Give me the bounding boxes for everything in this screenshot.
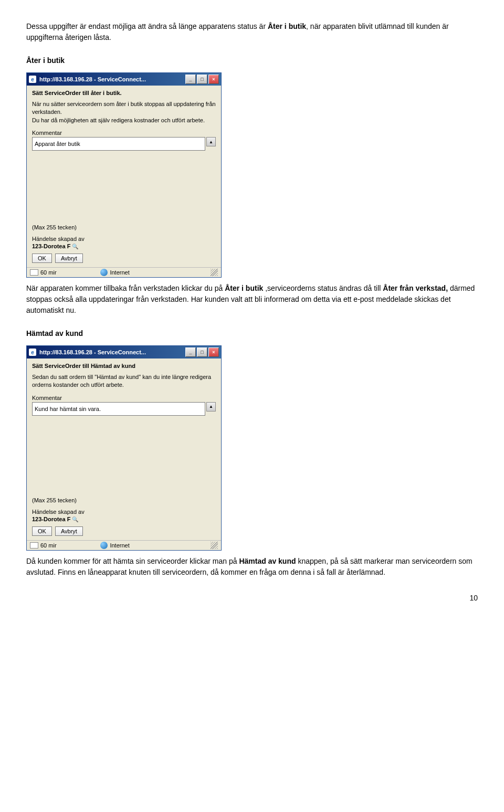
intro-text: Dessa uppgifter är endast möjliga att än… — [26, 22, 268, 30]
kommentar-input[interactable] — [32, 137, 205, 151]
kommentar-label: Kommentar — [32, 395, 216, 401]
ok-button[interactable]: OK — [32, 526, 52, 536]
dialog-desc-line1: När nu sätter serviceordern som åter i b… — [32, 100, 216, 117]
kommentar-input[interactable] — [32, 402, 205, 416]
bold-ater-fran-verkstad: Åter från verkstad, — [383, 284, 448, 292]
dialog-hamtad-av-kund: e http://83.168.196.28 - ServiceConnect.… — [26, 345, 222, 551]
resize-grip-icon[interactable] — [211, 269, 218, 276]
status-left-text: 60 mir — [40, 542, 57, 549]
titlebar: e http://83.168.196.28 - ServiceConnect.… — [27, 73, 221, 86]
maximize-button[interactable]: □ — [197, 347, 207, 357]
magnifier-icon[interactable]: 🔍 — [72, 516, 78, 522]
cancel-button[interactable]: Avbryt — [55, 526, 83, 536]
page-number: 10 — [26, 594, 478, 602]
scroll-up-icon[interactable]: ▲ — [206, 402, 216, 412]
dialog-desc-line1: Sedan du satt ordern till "Hämtad av kun… — [32, 373, 216, 389]
created-by-label: Händelse skapad av — [32, 236, 216, 242]
para-after-dialog2: Då kunden kommer för att hämta sin servi… — [26, 556, 478, 578]
dialog-ater-i-butik: e http://83.168.196.28 - ServiceConnect.… — [26, 72, 222, 278]
close-button[interactable]: × — [208, 347, 219, 357]
intro-paragraph: Dessa uppgifter är endast möjliga att än… — [26, 21, 478, 43]
scroll-up-icon[interactable]: ▲ — [206, 137, 216, 146]
statusbar: 60 mir Internet — [27, 540, 221, 550]
dialog-heading: Sätt ServiceOrder till Hämtad av kund — [32, 363, 216, 369]
titlebar: e http://83.168.196.28 - ServiceConnect.… — [27, 346, 221, 358]
dialog-desc-line2: Du har då möjligheten att själv redigera… — [32, 117, 216, 124]
maximize-button[interactable]: □ — [197, 75, 207, 84]
minimize-button[interactable]: _ — [185, 75, 196, 84]
max-chars-label: (Max 255 tecken) — [32, 224, 216, 230]
status-center-text: Internet — [110, 269, 129, 276]
close-button[interactable]: × — [208, 75, 219, 84]
globe-icon — [100, 269, 108, 276]
titlebar-text: http://83.168.196.28 - ServiceConnect... — [39, 349, 185, 355]
created-by-name: 123-Dorotea F 🔍 — [32, 516, 216, 522]
section-title-ater: Åter i butik — [26, 56, 478, 65]
minimize-button[interactable]: _ — [185, 347, 196, 357]
resize-grip-icon[interactable] — [211, 542, 218, 549]
dialog-desc: Sedan du satt ordern till "Hämtad av kun… — [32, 373, 216, 389]
cancel-button[interactable]: Avbryt — [55, 254, 83, 263]
page-icon — [30, 542, 38, 549]
globe-icon — [100, 542, 108, 549]
ok-button[interactable]: OK — [32, 254, 52, 263]
intro-bold: Åter i butik — [268, 22, 306, 30]
bold-ater-i-butik: Åter i butik — [225, 284, 263, 292]
kommentar-label: Kommentar — [32, 130, 216, 136]
max-chars-label: (Max 255 tecken) — [32, 497, 216, 503]
dialog-desc: När nu sätter serviceordern som åter i b… — [32, 100, 216, 124]
status-center-text: Internet — [110, 542, 129, 549]
ie-icon: e — [29, 76, 36, 83]
status-left-text: 60 mir — [40, 269, 57, 276]
ie-icon: e — [29, 349, 36, 356]
section-title-hamtad: Hämtad av kund — [26, 329, 478, 338]
created-by-label: Händelse skapad av — [32, 509, 216, 515]
created-by-name: 123-Dorotea F 🔍 — [32, 243, 216, 249]
titlebar-text: http://83.168.196.28 - ServiceConnect... — [39, 76, 185, 82]
dialog-heading: Sätt ServiceOrder till åter i butik. — [32, 90, 216, 96]
page-icon — [30, 269, 38, 276]
statusbar: 60 mir Internet — [27, 267, 221, 277]
bold-hamtad-av-kund: Hämtad av kund — [239, 557, 296, 565]
para-after-dialog1: När apparaten kommer tillbaka från verks… — [26, 283, 478, 316]
magnifier-icon[interactable]: 🔍 — [72, 244, 78, 249]
